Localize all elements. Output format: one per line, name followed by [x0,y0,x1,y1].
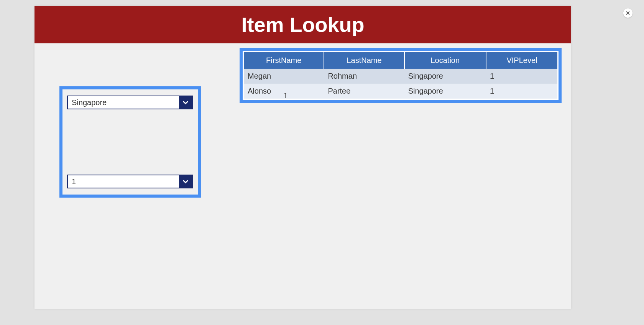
filters-panel: Singapore 1 [59,86,201,198]
table-row[interactable]: Megan Rohman Singapore 1 [244,69,557,84]
page-header: Item Lookup [34,6,571,43]
location-dropdown-button[interactable] [179,96,192,109]
location-dropdown-value: Singapore [68,96,179,109]
cell-lastname: Partee [324,84,404,99]
cell-location: Singapore [404,84,486,99]
results-table: FirstName LastName Location VIPLevel Meg… [244,52,557,99]
viplevel-dropdown[interactable]: 1 [67,175,193,188]
app-window: Item Lookup Singapore 1 FirstName LastNa… [34,6,571,309]
close-icon [626,11,630,15]
cell-viplevel: 1 [486,84,557,99]
chevron-down-icon [182,99,189,106]
viplevel-dropdown-button[interactable] [179,175,192,188]
cell-location: Singapore [404,69,486,84]
table-header-row: FirstName LastName Location VIPLevel [244,52,557,69]
table-row[interactable]: Alonso Partee Singapore 1 [244,84,557,99]
column-header-location[interactable]: Location [404,52,486,69]
cell-viplevel: 1 [486,69,557,84]
results-panel: FirstName LastName Location VIPLevel Meg… [240,48,562,103]
cell-lastname: Rohman [324,69,404,84]
page-title: Item Lookup [242,13,365,36]
column-header-lastname[interactable]: LastName [324,52,404,69]
column-header-firstname[interactable]: FirstName [244,52,324,69]
cell-firstname: Megan [244,69,324,84]
close-button[interactable] [623,8,632,18]
viplevel-dropdown-value: 1 [68,175,179,188]
cell-firstname: Alonso [244,84,324,99]
chevron-down-icon [182,178,189,185]
location-dropdown[interactable]: Singapore [67,96,193,109]
column-header-viplevel[interactable]: VIPLevel [486,52,557,69]
